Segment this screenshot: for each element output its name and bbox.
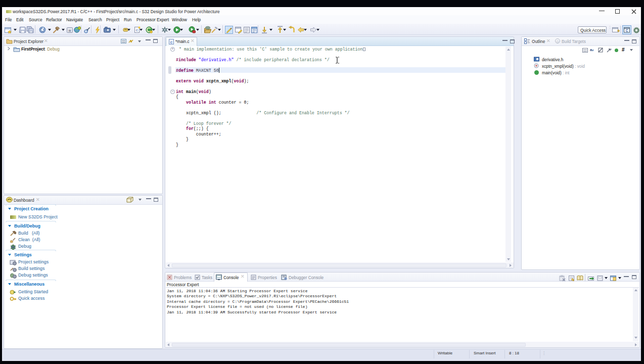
svg-text:m: m: [69, 29, 71, 33]
svg-text:C: C: [626, 29, 628, 32]
svg-text:c: c: [170, 40, 173, 44]
svg-text:c: c: [136, 28, 139, 32]
svg-text:s: s: [610, 48, 612, 51]
